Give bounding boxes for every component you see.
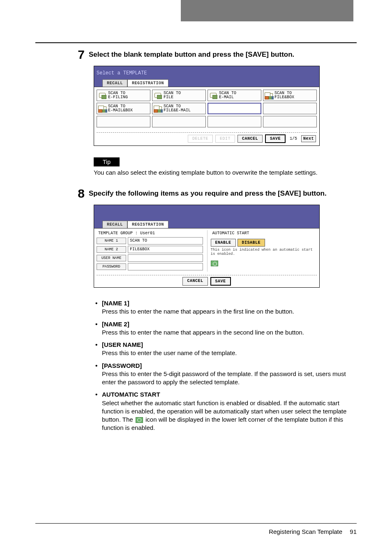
template-line2: FILE — [164, 95, 181, 99]
tab-recall[interactable]: RECALL — [102, 79, 127, 87]
step-8: 8 Specify the following items as you req… — [74, 187, 357, 200]
step-number: 8 — [74, 187, 89, 200]
page-indicator: 1/5 — [288, 136, 299, 141]
scan-icon — [154, 91, 162, 99]
scan-multi-icon — [265, 91, 273, 99]
automatic-start-label: AUTOMATIC START — [211, 230, 317, 237]
tab-registration[interactable]: REGISTRATION — [127, 221, 168, 228]
template-line2: FILE&BOX — [274, 95, 294, 99]
save-button[interactable]: SAVE — [210, 277, 231, 286]
tab-registration[interactable]: REGISTRATION — [127, 79, 168, 87]
step-instruction: Specify the following items as you requi… — [89, 187, 357, 198]
scan-icon — [209, 91, 217, 99]
screen-title-blank — [94, 205, 319, 219]
scan-multi-icon — [98, 104, 106, 113]
template-button[interactable]: SCAN TOE-MAIL — [208, 90, 261, 101]
template-button-blank[interactable] — [263, 116, 317, 127]
page-content: 7 Select the blank template button and p… — [74, 48, 357, 436]
username-button[interactable]: USER NAME — [97, 255, 126, 261]
group-label: TEMPLATE GROUP — [98, 231, 133, 235]
step-instruction: Select the blank template button and pre… — [89, 48, 357, 59]
template-button-blank-selected[interactable] — [208, 103, 261, 114]
def-desc: Press this to enter the 5-digit password… — [102, 370, 346, 385]
def-title: [NAME 1] — [102, 300, 129, 307]
template-button[interactable]: SCAN TOFILE — [152, 90, 206, 101]
tab-recall[interactable]: RECALL — [102, 221, 127, 228]
screen-title: Select a TEMPLATE — [94, 66, 319, 78]
enable-button[interactable]: ENABLE — [211, 239, 236, 247]
autostart-icon — [136, 417, 143, 423]
def-name1: [NAME 1] Press this to enter the name th… — [94, 299, 357, 316]
template-button[interactable]: SCAN TOE-FILING — [97, 90, 150, 101]
template-line2: E-FILING — [108, 95, 128, 99]
template-button-blank[interactable] — [208, 116, 261, 127]
name1-field[interactable]: SCAN TO — [128, 237, 203, 245]
group-value: : User01 — [135, 231, 155, 235]
footer-rule — [35, 523, 357, 524]
definition-list: [NAME 1] Press this to enter the name th… — [94, 299, 357, 432]
tab-bar: RECALL REGISTRATION — [94, 78, 319, 87]
template-area: SCAN TOE-FILING SCAN TOFILE SCAN TOE-MAI… — [94, 87, 319, 145]
template-line2: FILE&E-MAIL — [164, 108, 191, 113]
top-rule — [35, 42, 357, 43]
username-field[interactable] — [128, 254, 203, 262]
password-button[interactable]: PASSWORD — [97, 263, 126, 270]
template-button-blank[interactable] — [263, 103, 317, 114]
template-line2: E-MAIL — [219, 95, 236, 99]
def-title: [NAME 2] — [102, 321, 129, 328]
cancel-button[interactable]: CANCEL — [182, 277, 208, 286]
template-group-row: TEMPLATE GROUP : User01 — [97, 230, 203, 237]
step-7: 7 Select the blank template button and p… — [74, 48, 357, 61]
def-title: AUTOMATIC START — [102, 391, 160, 398]
autostart-icon — [211, 261, 218, 266]
def-desc: Press this to enter the user name of the… — [102, 349, 237, 356]
def-username: [USER NAME] Press this to enter the user… — [94, 341, 357, 358]
step-number: 7 — [74, 48, 89, 61]
def-title: [PASSWORD] — [102, 362, 142, 369]
disable-button[interactable]: DISABLE — [238, 239, 265, 247]
scan-icon — [98, 91, 106, 99]
name2-field[interactable]: FILE&BOX — [128, 246, 203, 253]
cancel-button[interactable]: CANCEL — [238, 135, 263, 143]
edit-button[interactable]: EDIT — [215, 135, 235, 143]
template-button-blank[interactable] — [97, 116, 150, 127]
page-number: 91 — [350, 528, 357, 535]
screenshot-template-form: RECALL REGISTRATION TEMPLATE GROUP : Use… — [94, 205, 320, 288]
tip-badge: Tip — [94, 157, 120, 166]
template-button-blank[interactable] — [152, 116, 206, 127]
name2-button[interactable]: NAME 2 — [97, 246, 126, 253]
page-footer: Registering Scan Template 91 — [269, 528, 357, 535]
name1-button[interactable]: NAME 1 — [97, 238, 126, 244]
template-button[interactable]: SCAN TOE-MAIL&BOX — [97, 103, 150, 114]
screenshot-template-select: Select a TEMPLATE RECALL REGISTRATION SC… — [94, 66, 320, 146]
scan-multi-icon — [154, 104, 162, 113]
next-button[interactable]: Next — [301, 135, 316, 142]
def-desc: Press this to enter the name that appear… — [102, 329, 304, 336]
def-name2: [NAME 2] Press this to enter the name th… — [94, 320, 357, 337]
tab-bar: RECALL REGISTRATION — [94, 219, 319, 228]
save-button[interactable]: SAVE — [265, 134, 286, 143]
delete-button[interactable]: DELETE — [188, 135, 213, 143]
template-line2: E-MAIL&BOX — [108, 108, 133, 113]
auto-hint: This icon is indicated when an automatic… — [211, 248, 317, 256]
footer-text: Registering Scan Template — [269, 528, 342, 535]
template-button[interactable]: SCAN TOFILE&E-MAIL — [152, 103, 206, 114]
template-button[interactable]: SCAN TOFILE&BOX — [263, 90, 317, 101]
header-gray-block — [181, 0, 353, 21]
def-desc: Press this to enter the name that appear… — [102, 308, 294, 315]
def-password: [PASSWORD] Press this to enter the 5-dig… — [94, 362, 357, 387]
password-field[interactable] — [128, 263, 203, 270]
def-title: [USER NAME] — [102, 341, 143, 348]
tip-text: You can also select the existing templat… — [94, 169, 357, 176]
def-autostart: AUTOMATIC START Select whether the autom… — [94, 390, 357, 432]
